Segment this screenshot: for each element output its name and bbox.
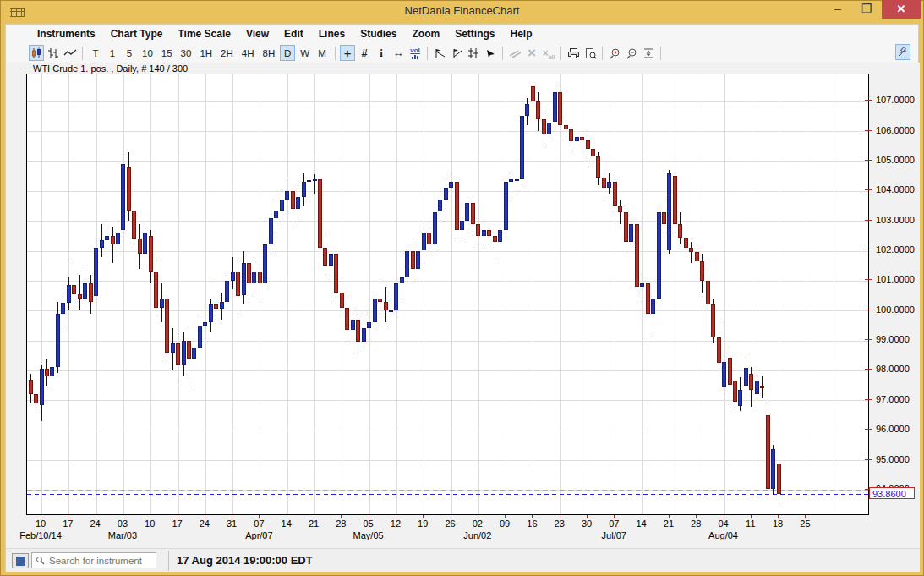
candle-down — [613, 182, 617, 206]
y-axis-tick — [865, 189, 872, 190]
candle-up — [242, 263, 246, 296]
line-chart-button[interactable] — [63, 45, 78, 61]
trendline-down-icon — [434, 47, 446, 59]
current-price-line — [27, 494, 868, 495]
menu-settings[interactable]: Settings — [447, 28, 502, 40]
candle-down — [247, 263, 251, 284]
pin-toolbar-button[interactable] — [895, 44, 910, 60]
fit-vertical-button[interactable] — [641, 45, 656, 61]
search-box[interactable] — [31, 552, 156, 568]
x-axis-week-label: 25 — [800, 518, 810, 529]
candle-down — [493, 236, 497, 242]
timeframe-8H[interactable]: 8H — [260, 45, 279, 61]
parallel-lines-button[interactable] — [507, 45, 522, 61]
h-gridline — [27, 370, 868, 371]
menu-instruments[interactable]: Instruments — [30, 28, 103, 40]
timeframe-10[interactable]: 10 — [139, 45, 156, 61]
candle-up — [482, 230, 486, 236]
menu-time-scale[interactable]: Time Scale — [170, 28, 238, 40]
search-input[interactable] — [47, 555, 156, 567]
timeframe-30[interactable]: 30 — [178, 45, 195, 61]
menu-view[interactable]: View — [238, 28, 276, 40]
timeframe-2H[interactable]: 2H — [217, 45, 237, 61]
zoom-out-button[interactable] — [624, 45, 639, 61]
timeframe-15[interactable]: 15 — [158, 45, 176, 61]
horizontal-expand-button[interactable]: ↔ — [391, 45, 406, 61]
print-preview-icon — [584, 47, 597, 59]
v-gridline — [232, 74, 233, 514]
h-gridline — [27, 101, 868, 102]
ohlc-bar-chart-button[interactable] — [46, 45, 61, 61]
close-button[interactable]: ✕ — [882, 0, 921, 19]
y-axis-label: 105.0000 — [876, 155, 915, 165]
candle-wick — [74, 263, 74, 302]
y-axis-label: 101.0000 — [876, 274, 915, 284]
menu-studies[interactable]: Studies — [353, 28, 404, 40]
delete-all-lines-button[interactable]: ×all — [541, 45, 556, 61]
candle-down — [760, 386, 764, 389]
candle-up — [198, 326, 202, 348]
timeframe-1[interactable]: 1 — [105, 45, 120, 61]
timeframe-T[interactable]: T — [88, 45, 103, 61]
zoom-in-button[interactable] — [607, 45, 622, 61]
candle-down — [591, 149, 595, 156]
candle-down — [187, 341, 191, 359]
x-axis-month-label: Jun/02 — [463, 530, 491, 540]
grid-toggle-button[interactable]: # — [357, 45, 372, 61]
menu-zoom[interactable]: Zoom — [404, 28, 447, 40]
timeframe-M[interactable]: M — [314, 45, 330, 61]
timeframe-5[interactable]: 5 — [122, 45, 137, 61]
timeframe-1H[interactable]: 1H — [196, 45, 216, 61]
menu-help[interactable]: Help — [502, 28, 539, 40]
print-preview-button[interactable] — [582, 45, 598, 61]
title-bar[interactable]: NetDania FinanceChart – ❒ ✕ — [0, 0, 924, 24]
timeframe-W[interactable]: W — [297, 45, 313, 61]
toolbar-separator — [560, 47, 561, 60]
candle-up — [460, 221, 464, 230]
trendline-down-button[interactable] — [432, 45, 447, 61]
y-axis-label: 98.0000 — [876, 364, 910, 374]
x-axis-week-label: 24 — [90, 518, 100, 529]
candle-up — [504, 182, 508, 230]
info-button[interactable]: i — [374, 45, 389, 61]
print-button[interactable] — [566, 45, 581, 61]
candle-wick — [216, 281, 216, 316]
candle-up — [373, 299, 377, 322]
crosshair-button[interactable]: + — [340, 45, 355, 61]
trendline-up-button[interactable] — [449, 45, 464, 61]
statusbar-divider — [168, 551, 169, 571]
menu-edit[interactable]: Edit — [276, 28, 311, 40]
candle-wick — [309, 176, 309, 200]
toolbar-separator — [82, 47, 83, 60]
y-axis-label: 106.0000 — [876, 125, 915, 135]
window-title: NetDania FinanceChart — [0, 4, 924, 17]
minimize-button[interactable]: – — [823, 0, 852, 19]
x-axis-week-label: 23 — [555, 518, 565, 529]
pointer-tool-button[interactable] — [483, 45, 498, 61]
maximize-button[interactable]: ❒ — [852, 0, 881, 19]
volume-button[interactable]: vol — [407, 45, 423, 61]
candle-down — [236, 272, 240, 295]
candlestick-plot[interactable] — [26, 74, 869, 515]
zoom-in-icon — [609, 47, 621, 59]
delete-all-icon: ×all — [543, 47, 555, 59]
menu-lines[interactable]: Lines — [311, 28, 353, 40]
instrument-color-button[interactable] — [12, 553, 29, 568]
candle-down — [127, 167, 131, 211]
v-gridline — [779, 74, 779, 514]
channel-tool-button[interactable] — [466, 45, 481, 61]
candle-down — [165, 299, 169, 353]
x-axis-week-label: 11 — [746, 518, 755, 529]
delete-line-button[interactable]: × — [524, 45, 539, 61]
menu-chart-type[interactable]: Chart Type — [103, 28, 171, 40]
trendline-up-icon — [451, 47, 462, 59]
candlestick-chart-button[interactable] — [29, 45, 44, 61]
candle-up — [160, 299, 164, 308]
y-axis-tick — [865, 250, 872, 250]
v-gridline — [506, 74, 506, 514]
h-gridline — [27, 131, 868, 132]
pushpin-icon — [898, 47, 909, 58]
candle-up — [400, 277, 404, 283]
timeframe-D[interactable]: D — [280, 45, 295, 61]
timeframe-4H[interactable]: 4H — [238, 45, 258, 61]
